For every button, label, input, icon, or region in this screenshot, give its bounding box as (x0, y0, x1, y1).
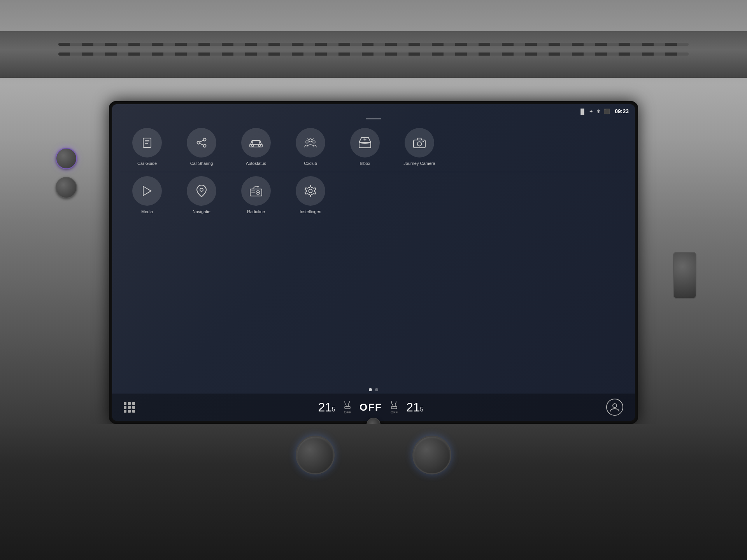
app-media[interactable]: Media (120, 176, 174, 214)
svg-point-30 (257, 186, 259, 187)
screen-bezel: ▐▌ ✦ ❄ ⬛ 09:23 (109, 101, 638, 424)
svg-point-23 (423, 141, 424, 142)
temp-left-value: 21 (318, 400, 332, 415)
inbox-label: Inbox (360, 161, 370, 166)
bottom-physical-area (0, 424, 747, 560)
bluetooth-icon: ✦ (589, 108, 593, 114)
instellingen-icon (296, 176, 325, 206)
svg-rect-33 (391, 406, 397, 409)
app-row-1: Car Guide Car Sharing (120, 124, 627, 170)
temp-left[interactable]: 21 5 (318, 400, 336, 415)
wifi-icon: ❄ (596, 108, 601, 114)
radioline-label: Radioline (247, 209, 265, 214)
instellingen-label: Instellingen (300, 209, 321, 214)
svg-line-17 (307, 138, 309, 140)
right-knob[interactable] (412, 436, 451, 474)
svg-rect-32 (345, 406, 350, 409)
climate-controls: 21 5 OFF OFF (318, 400, 424, 415)
svg-point-14 (309, 139, 312, 142)
svg-point-5 (197, 142, 200, 144)
page-dot-1[interactable] (369, 388, 372, 391)
left-button-bottom[interactable] (56, 177, 77, 198)
svg-point-6 (203, 145, 206, 147)
svg-point-16 (313, 141, 315, 143)
status-time: 09:23 (615, 108, 629, 114)
svg-rect-28 (251, 191, 255, 191)
svg-line-7 (200, 140, 203, 142)
climate-off-label[interactable]: OFF (359, 401, 382, 413)
seat-left-label: OFF (344, 410, 351, 414)
temp-right-fraction: 5 (420, 406, 424, 413)
right-handle (673, 252, 696, 299)
signal-icon: ▐▌ (579, 108, 586, 114)
svg-point-24 (200, 188, 203, 191)
app-car-sharing[interactable]: Car Sharing (174, 128, 229, 166)
car-sharing-icon (187, 128, 216, 158)
app-journey-camera[interactable]: Journey Camera (392, 128, 447, 166)
app-inbox[interactable]: Inbox (338, 128, 392, 166)
app-navigatie[interactable]: Navigatie (174, 176, 229, 214)
svg-point-11 (259, 145, 261, 147)
page-dot-2[interactable] (375, 388, 378, 391)
svg-line-13 (259, 140, 260, 144)
app-radioline[interactable]: Radioline (229, 176, 283, 214)
cxclub-icon (296, 128, 325, 158)
car-sharing-label: Car Sharing (190, 161, 213, 166)
navigatie-icon (187, 176, 216, 206)
menu-grid-icon[interactable] (124, 402, 135, 413)
temp-left-fraction: 5 (332, 406, 335, 413)
media-label: Media (141, 209, 153, 214)
svg-point-22 (417, 142, 422, 146)
cxclub-label: Cxclub (304, 161, 317, 166)
seat-left[interactable]: OFF (343, 400, 352, 414)
scroll-indicator (112, 118, 635, 119)
status-bar: ▐▌ ✦ ❄ ⬛ 09:23 (112, 104, 635, 118)
main-screen: ▐▌ ✦ ❄ ⬛ 09:23 (112, 104, 635, 421)
profile-icon[interactable] (606, 399, 623, 416)
svg-point-15 (306, 141, 308, 143)
autostatus-label: Autostatus (246, 161, 266, 166)
temp-right-value: 21 (406, 400, 420, 415)
svg-point-10 (252, 145, 254, 147)
page-dots (112, 386, 635, 394)
svg-point-4 (203, 138, 206, 141)
apps-area: Car Guide Car Sharing (112, 120, 635, 386)
car-guide-icon (132, 128, 162, 158)
vent-strip (0, 31, 747, 78)
autostatus-icon (241, 128, 271, 158)
seat-right-label: OFF (391, 410, 398, 414)
inbox-icon (350, 128, 380, 158)
temp-right[interactable]: 21 5 (406, 400, 424, 415)
app-autostatus[interactable]: Autostatus (229, 128, 283, 166)
svg-line-12 (252, 140, 253, 144)
app-instellingen[interactable]: Instellingen (283, 176, 338, 214)
svg-rect-29 (251, 192, 255, 193)
journey-camera-label: Journey Camera (403, 161, 435, 166)
bottom-bar: 21 5 OFF OFF (112, 394, 635, 421)
left-controls (47, 136, 86, 404)
radioline-icon (241, 176, 271, 206)
app-row-2: Media Navigatie (120, 172, 627, 218)
media-icon (132, 176, 162, 206)
svg-point-34 (613, 404, 617, 408)
app-cxclub[interactable]: Cxclub (283, 128, 338, 166)
car-status-icon: ⬛ (604, 108, 610, 114)
car-dashboard: ▐▌ ✦ ❄ ⬛ 09:23 (0, 0, 747, 560)
app-car-guide[interactable]: Car Guide (120, 128, 174, 166)
left-knob[interactable] (296, 436, 335, 474)
left-button-top[interactable] (56, 148, 77, 169)
seat-right[interactable]: OFF (390, 400, 398, 414)
svg-point-27 (257, 192, 259, 193)
svg-point-31 (309, 189, 312, 193)
svg-line-8 (200, 144, 203, 145)
car-guide-label: Car Guide (137, 161, 157, 166)
journey-camera-icon (405, 128, 434, 158)
svg-line-18 (312, 138, 314, 140)
svg-rect-0 (143, 138, 151, 147)
scroll-line (366, 118, 381, 119)
navigatie-label: Navigatie (193, 209, 210, 214)
